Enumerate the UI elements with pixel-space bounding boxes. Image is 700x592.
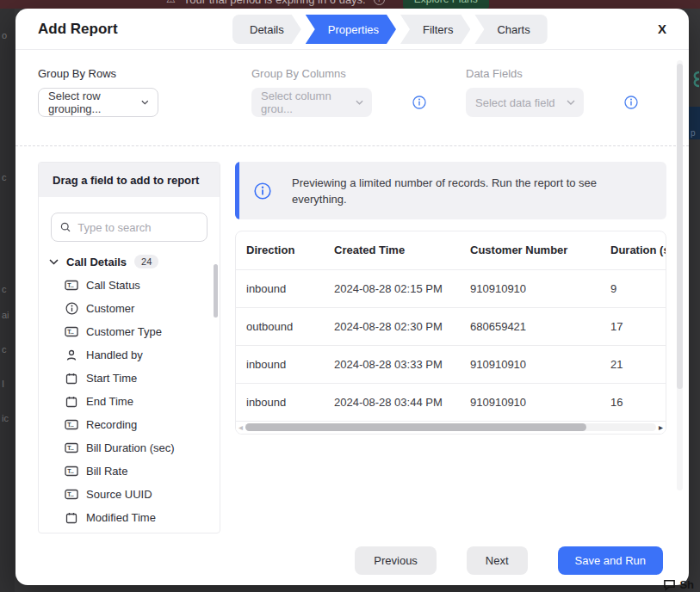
cell-customer-number[interactable]: 910910910 [460, 269, 600, 307]
cell-created-time: 2024-08-28 02:30 PM [324, 307, 460, 345]
modal-header: Add Report DetailsPropertiesFiltersChart… [15, 9, 689, 50]
dimmed-text-fragment: I [2, 379, 4, 389]
page-title: Add Report [38, 21, 118, 38]
svg-text:T..: T.. [67, 329, 73, 335]
dimmed-logo-icon [689, 69, 700, 91]
info-icon [65, 302, 78, 315]
table-header-row: DirectionCreated TimeCustomer NumberDura… [236, 231, 666, 269]
previous-button[interactable]: Previous [355, 546, 437, 575]
cell-duration: 21 [600, 345, 666, 383]
close-icon[interactable]: X [658, 22, 666, 35]
next-button[interactable]: Next [467, 546, 528, 575]
field-label: Call Status [86, 279, 140, 292]
chevron-down-icon [567, 100, 575, 105]
text-field-icon: T.. [65, 488, 78, 501]
field-item-recording[interactable]: T..Recording [39, 413, 220, 436]
field-search [51, 213, 208, 242]
field-item-customer-type[interactable]: T..Customer Type [39, 320, 220, 343]
column-header-created-time: Created Time [324, 231, 460, 269]
field-label: Recording [86, 418, 137, 431]
modal-scrollbar[interactable] [677, 60, 683, 490]
table-row: outbound2024-08-28 02:30 PM68065942117 [236, 307, 666, 345]
column-header-direction: Direction [236, 231, 324, 269]
calendar-icon [65, 372, 78, 385]
cell-created-time: 2024-08-28 03:33 PM [324, 345, 460, 383]
field-label: Start Time [86, 372, 137, 385]
dimmed-sidebar [0, 0, 15, 592]
column-header-duration-sec-: Duration (sec) [600, 231, 666, 269]
text-field-icon: T.. [65, 325, 78, 338]
tab-details[interactable]: Details [232, 15, 301, 44]
fields-panel: Drag a field to add to report Call Detai… [38, 162, 220, 533]
group-by-rows-select[interactable]: Select row grouping... [38, 88, 158, 117]
table-row: inbound2024-08-28 02:15 PM9109109109 [236, 269, 666, 307]
notice-text: Previewing a limited number of records. … [292, 175, 643, 207]
calendar-icon [65, 395, 78, 408]
field-item-start-time[interactable]: Start Time [39, 367, 220, 390]
dimmed-text-fragment: c [2, 284, 7, 294]
table-row: inbound2024-08-28 03:33 PM91091091021 [236, 345, 666, 383]
data-fields-select[interactable]: Select data field [466, 88, 584, 117]
modal-scrollbar-thumb[interactable] [677, 64, 683, 389]
field-label: Customer Type [86, 325, 162, 338]
scrollbar-thumb[interactable] [245, 423, 586, 431]
cell-direction: inbound [236, 383, 324, 421]
preview-pane: Previewing a limited number of records. … [235, 162, 666, 533]
field-label: Customer [86, 302, 134, 315]
scroll-right-icon[interactable]: ▸ [659, 423, 663, 432]
explore-plans-button[interactable]: Explore Plans [403, 0, 489, 9]
save-and-run-button[interactable]: Save and Run [558, 546, 663, 575]
cell-created-time: 2024-08-28 02:15 PM [324, 269, 460, 307]
tab-charts[interactable]: Charts [474, 15, 547, 44]
field-group-call-details[interactable]: Call Details 24 [49, 255, 209, 268]
dimmed-text-fragment: ic [2, 413, 9, 423]
svg-text:T..: T.. [67, 445, 73, 451]
wizard-stepper: DetailsPropertiesFiltersCharts [232, 15, 548, 44]
fields-scrollbar[interactable] [214, 264, 218, 318]
info-icon[interactable] [412, 96, 426, 109]
cell-customer-number[interactable]: 910910910 [460, 345, 600, 383]
field-item-end-time[interactable]: End Time [39, 390, 220, 413]
group-by-columns-select[interactable]: Select column grou... [251, 88, 372, 117]
field-label: Modified Time [86, 511, 156, 524]
field-label: Bill Duration (sec) [86, 441, 175, 454]
preview-notice: Previewing a limited number of records. … [235, 162, 666, 219]
cell-duration: 9 [600, 269, 666, 307]
cell-customer-number[interactable]: 910910910 [460, 383, 600, 421]
svg-text:T..: T.. [67, 282, 73, 288]
warning-icon: ⚠ [166, 0, 176, 5]
horizontal-scrollbar[interactable]: ◂ ▸ [236, 422, 666, 434]
scroll-left-icon[interactable]: ◂ [238, 423, 243, 432]
chevron-down-icon [49, 259, 59, 265]
trial-banner: ⚠ Your trial period is expiring in 6 day… [0, 0, 700, 9]
tab-filters[interactable]: Filters [400, 15, 470, 44]
field-list: T..Call StatusCustomerT..Customer TypeHa… [39, 274, 220, 529]
svg-text:T..: T.. [67, 468, 73, 474]
svg-text:T..: T.. [67, 491, 73, 497]
dimmed-text-fragment: ai [2, 310, 9, 320]
field-item-customer[interactable]: Customer [39, 297, 220, 320]
tab-properties[interactable]: Properties [306, 15, 396, 44]
scrollbar-track[interactable] [245, 423, 656, 431]
chat-bubble-icon [663, 579, 676, 591]
field-label: End Time [86, 395, 133, 408]
text-field-icon: T.. [65, 418, 78, 431]
chevron-down-icon [356, 100, 363, 105]
field-item-modified-time[interactable]: Modified Time [39, 506, 220, 529]
modal-footer: Previous Next Save and Run [355, 546, 663, 575]
svg-text:T..: T.. [67, 422, 73, 428]
cell-direction: inbound [236, 345, 324, 383]
info-icon[interactable] [624, 96, 638, 109]
cell-duration: 17 [600, 307, 666, 345]
field-item-bill-duration-sec-[interactable]: T..Bill Duration (sec) [39, 436, 220, 459]
field-item-bill-rate[interactable]: T..Bill Rate [39, 459, 220, 483]
field-count-badge: 24 [134, 255, 158, 268]
search-input[interactable] [77, 221, 198, 234]
cell-customer-number[interactable]: 680659421 [460, 307, 600, 345]
text-field-icon: T.. [65, 441, 78, 454]
chat-widget[interactable]: Sh [663, 578, 694, 591]
cell-direction: inbound [236, 269, 324, 307]
field-item-call-status[interactable]: T..Call Status [39, 274, 220, 297]
field-item-source-uuid[interactable]: T..Source UUID [39, 483, 220, 506]
field-item-handled-by[interactable]: Handled by [39, 343, 220, 367]
